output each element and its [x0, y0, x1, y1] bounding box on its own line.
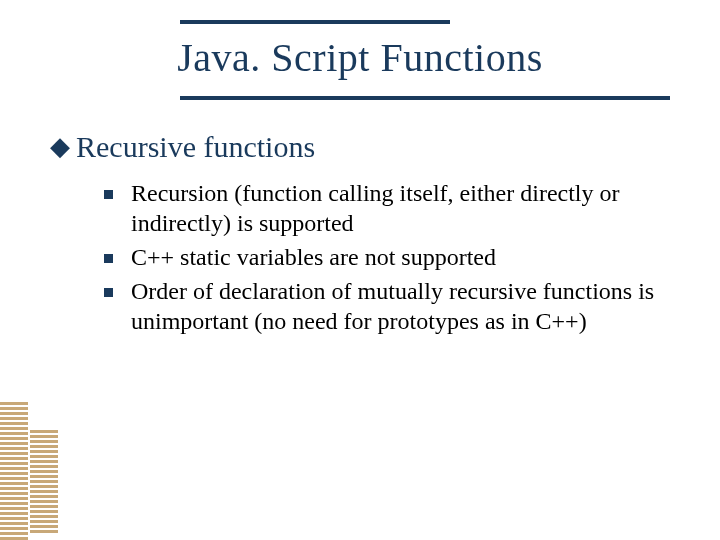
- slide: Java. Script Functions ◆ Recursive funct…: [0, 0, 720, 540]
- bullet-level2-text: Order of declaration of mutually recursi…: [131, 276, 660, 336]
- stripe: [0, 532, 28, 535]
- stripe: [30, 480, 58, 483]
- stripe: [0, 462, 28, 465]
- stripe: [0, 467, 28, 470]
- stripe-column: [0, 402, 28, 540]
- stripe: [0, 517, 28, 520]
- stripe: [0, 527, 28, 530]
- stripe: [30, 495, 58, 498]
- stripe: [30, 455, 58, 458]
- stripe: [30, 470, 58, 473]
- title-rule-top: [180, 20, 450, 24]
- stripe: [0, 422, 28, 425]
- stripe: [0, 442, 28, 445]
- stripe: [0, 447, 28, 450]
- sublist: Recursion (function calling itself, eith…: [104, 178, 660, 336]
- bullet-level1: ◆ Recursive functions: [50, 130, 660, 164]
- stripe: [0, 417, 28, 420]
- stripe: [30, 520, 58, 523]
- bullet-level2: Recursion (function calling itself, eith…: [104, 178, 660, 238]
- title-rule-bottom: [180, 96, 670, 100]
- stripe: [0, 407, 28, 410]
- stripe: [0, 437, 28, 440]
- stripe: [0, 472, 28, 475]
- diamond-bullet-icon: ◆: [50, 130, 70, 164]
- stripe: [30, 430, 58, 433]
- slide-title: Java. Script Functions: [0, 34, 720, 81]
- bullet-level2-text: C++ static variables are not supported: [131, 242, 496, 272]
- bullet-level2: C++ static variables are not supported: [104, 242, 660, 272]
- stripe: [0, 487, 28, 490]
- corner-decoration: [0, 390, 62, 540]
- stripe: [0, 477, 28, 480]
- stripe: [0, 492, 28, 495]
- stripe: [0, 412, 28, 415]
- stripe: [30, 485, 58, 488]
- stripe: [30, 440, 58, 443]
- stripe: [0, 497, 28, 500]
- stripe: [30, 505, 58, 508]
- stripe: [30, 515, 58, 518]
- stripe: [0, 452, 28, 455]
- stripe: [30, 510, 58, 513]
- stripe: [0, 402, 28, 405]
- stripe: [0, 502, 28, 505]
- stripe: [0, 482, 28, 485]
- stripe: [30, 465, 58, 468]
- stripe: [0, 457, 28, 460]
- stripe: [30, 525, 58, 528]
- stripe: [0, 427, 28, 430]
- slide-content: ◆ Recursive functions Recursion (functio…: [50, 130, 660, 340]
- stripe: [30, 530, 58, 533]
- stripe: [0, 432, 28, 435]
- square-bullet-icon: [104, 254, 113, 263]
- square-bullet-icon: [104, 288, 113, 297]
- stripe: [30, 490, 58, 493]
- stripe: [30, 460, 58, 463]
- bullet-level2: Order of declaration of mutually recursi…: [104, 276, 660, 336]
- stripe: [0, 507, 28, 510]
- stripe: [30, 445, 58, 448]
- stripe: [30, 500, 58, 503]
- stripe: [30, 435, 58, 438]
- stripe: [0, 522, 28, 525]
- bullet-level1-text: Recursive functions: [76, 130, 315, 164]
- stripe: [0, 512, 28, 515]
- stripe: [30, 475, 58, 478]
- square-bullet-icon: [104, 190, 113, 199]
- stripe-column: [30, 430, 58, 540]
- bullet-level2-text: Recursion (function calling itself, eith…: [131, 178, 660, 238]
- stripe: [30, 450, 58, 453]
